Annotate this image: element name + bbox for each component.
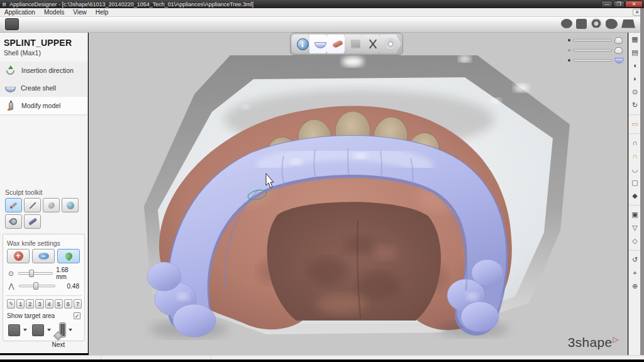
3shape-logo: 3shape▷ xyxy=(568,335,619,350)
cd-export-icon xyxy=(385,38,396,50)
sharpness-slider[interactable] xyxy=(19,285,55,287)
blade-tool-button[interactable] xyxy=(24,214,41,229)
view-preset-sphere-icon[interactable] xyxy=(561,19,572,28)
wax-block-icon[interactable]: ▭ xyxy=(629,118,641,131)
annotations-icon[interactable]: ⊙ xyxy=(629,85,641,99)
clipping-plane-icon[interactable]: ◇ xyxy=(629,234,641,248)
radius-icon: ⊙ xyxy=(7,269,15,278)
menu-view[interactable]: View xyxy=(69,8,91,17)
view-shaded-icon[interactable]: ▦ xyxy=(629,33,641,46)
chevron-down-icon[interactable]: ▽ xyxy=(629,221,641,234)
app-icon xyxy=(2,2,7,7)
insertion-direction-button[interactable]: Insertion direction xyxy=(0,62,87,79)
target-5-button[interactable]: 5 xyxy=(55,299,63,309)
upper-model-icon[interactable] xyxy=(614,37,623,44)
wax-knife-settings-header: Wax knife settings xyxy=(7,239,82,247)
swatch-dropdown-icon[interactable] xyxy=(47,329,51,331)
orange-tooth-icon[interactable]: ∩ xyxy=(629,150,641,163)
view-preset-block-icon[interactable] xyxy=(576,19,587,29)
cut-step-icon xyxy=(367,38,379,50)
settings-gear-icon[interactable] xyxy=(591,18,602,29)
lower-jaw-icon[interactable]: ◗ xyxy=(629,72,641,85)
right-tool-strip: ▦ ▤ ◖ ◗ ⊙ ↻ ▭ ∩ ∩ ◡ ▢ ◆ ▣ ▽ ◇ ↺ + ⊕ xyxy=(628,33,640,355)
selection-box-icon[interactable]: ▢ xyxy=(629,176,641,189)
close-button[interactable]: ✕ xyxy=(625,1,643,8)
target-4-button[interactable]: 4 xyxy=(45,299,53,309)
action-label: Modify model xyxy=(21,102,60,109)
appliance-subtitle: Shell (Max1) xyxy=(4,49,87,57)
opposing-model-dot[interactable] xyxy=(568,49,570,52)
minimize-button[interactable]: — xyxy=(601,1,613,8)
sharpness-slider-knob[interactable] xyxy=(33,282,38,290)
add-wax-button[interactable]: + xyxy=(7,249,30,263)
swatch-dropdown-icon[interactable] xyxy=(23,329,27,331)
model-tree-button[interactable] xyxy=(5,18,19,30)
main-toolbar xyxy=(0,17,644,33)
smooth-tool-button[interactable] xyxy=(62,198,79,212)
opposing-model-visibility-slider[interactable] xyxy=(573,49,612,52)
add-wax-icon: + xyxy=(14,251,23,261)
target-6-button[interactable]: 6 xyxy=(64,299,72,309)
smooth-wax-button[interactable] xyxy=(57,249,80,263)
color-swatch-primary[interactable] xyxy=(8,324,20,336)
menu-bar: Application Models View Help ✕ xyxy=(0,8,644,17)
menu-application[interactable]: Application xyxy=(0,8,40,17)
view-textured-icon[interactable]: ▤ xyxy=(629,46,641,59)
view-preset-model-icon[interactable] xyxy=(606,19,618,29)
sculpt-toolkit-header: Sculpt toolkit xyxy=(5,189,87,196)
upper-model-visibility-slider[interactable] xyxy=(573,39,612,41)
color-swatch-secondary[interactable] xyxy=(32,324,44,336)
shell-visibility-icon[interactable]: ◡ xyxy=(629,163,641,176)
wax-drop-tool-button[interactable] xyxy=(43,198,60,212)
measurement-icon[interactable]: ◆ xyxy=(629,189,641,202)
3d-viewport[interactable]: i 3shape▷ xyxy=(89,33,628,355)
target-2-button[interactable]: 2 xyxy=(26,299,34,309)
radius-slider-knob[interactable] xyxy=(29,270,34,277)
pan-view-icon[interactable]: + xyxy=(629,266,641,280)
maximize-button[interactable]: ❐ xyxy=(613,1,625,8)
letterbox-bar xyxy=(0,359,644,362)
radius-value: 1.68 mm xyxy=(56,266,82,280)
menu-models[interactable]: Models xyxy=(40,8,69,17)
reset-view-icon[interactable]: ↻ xyxy=(629,99,641,112)
modify-model-button[interactable]: Modify model xyxy=(0,97,87,114)
visibility-sliders xyxy=(568,35,624,65)
rotate-view-icon[interactable]: ↺ xyxy=(629,253,641,266)
splint-dot[interactable] xyxy=(568,59,570,62)
target-1-button[interactable]: 1 xyxy=(16,299,25,309)
target-area-row: ✎ 1 2 3 4 5 6 7 xyxy=(6,299,82,309)
title-bar[interactable]: ApplianceDesigner - [c:\3shape\61013_201… xyxy=(0,0,644,8)
next-button[interactable]: Next xyxy=(52,341,65,348)
window-title: ApplianceDesigner - [c:\3shape\61013_201… xyxy=(9,1,253,8)
workflow-step-export[interactable] xyxy=(380,35,401,53)
action-label: Insertion direction xyxy=(21,67,74,74)
upper-model-dot[interactable] xyxy=(568,39,570,41)
caliper-tool-button[interactable] xyxy=(5,214,22,229)
line-tool-button[interactable] xyxy=(24,198,41,212)
target-3-button[interactable]: 3 xyxy=(35,299,43,309)
sharpness-value: 0.48 xyxy=(67,283,82,290)
create-shell-button[interactable]: Create shell xyxy=(0,79,87,97)
show-target-area-checkbox[interactable]: ✓ xyxy=(74,312,80,319)
menu-help[interactable]: Help xyxy=(91,8,113,17)
splint-layer-icon[interactable] xyxy=(614,58,624,63)
gray-tooth-icon[interactable]: ∩ xyxy=(629,136,641,150)
target-brush-button[interactable]: ✎ xyxy=(7,299,15,309)
left-panel: SPLINT_UPPER Shell (Max1) Insertion dire… xyxy=(0,33,88,353)
info-icon: i xyxy=(297,38,309,50)
appliance-title: SPLINT_UPPER xyxy=(4,38,87,48)
radius-slider[interactable] xyxy=(18,272,53,275)
remove-wax-icon: – xyxy=(38,253,49,260)
wax-knife-tool-button[interactable] xyxy=(5,198,22,212)
pen-dropdown-icon[interactable] xyxy=(69,329,72,331)
remove-wax-button[interactable]: – xyxy=(32,249,55,263)
target-7-button[interactable]: 7 xyxy=(74,299,82,309)
next-diamond-icon xyxy=(53,331,64,341)
opposing-model-icon[interactable] xyxy=(614,47,623,54)
view-preset-base-icon[interactable] xyxy=(621,19,635,28)
upper-jaw-icon[interactable]: ◖ xyxy=(629,59,641,72)
zoom-view-icon[interactable]: ⊕ xyxy=(629,280,641,293)
splint-visibility-slider[interactable] xyxy=(573,59,612,62)
caliper-icon xyxy=(9,217,19,227)
compare-icon[interactable]: ▣ xyxy=(629,208,641,221)
